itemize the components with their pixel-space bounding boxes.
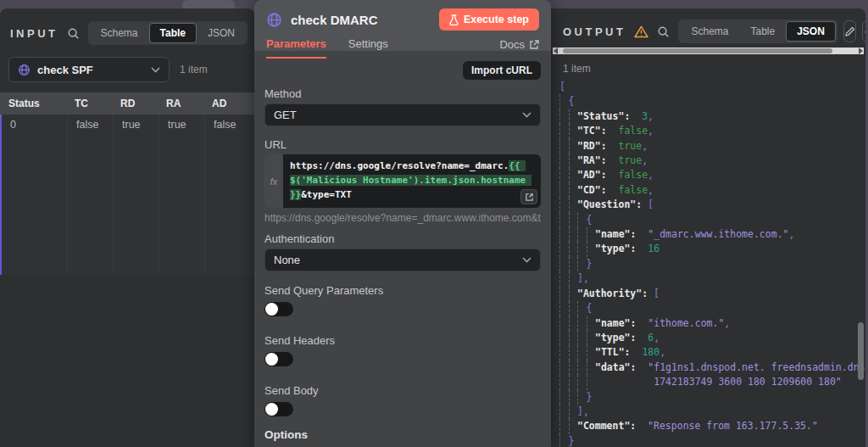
send-headers-toggle[interactable] [264, 352, 293, 366]
json-token-punct: , [642, 154, 648, 168]
indent-guide [559, 301, 569, 316]
json-token-key: "name": [595, 227, 636, 242]
toggle-knob [265, 303, 278, 316]
indent-guide [559, 242, 569, 256]
tab-schema[interactable]: Schema [680, 21, 739, 42]
json-line: "name": "_dmarc.www.ithome.com.", [559, 227, 865, 242]
indent-guide [569, 271, 578, 286]
authentication-select[interactable]: None [264, 249, 541, 271]
indent-guide [559, 287, 569, 301]
input-items-count: 1 item [180, 64, 208, 75]
indent-guide [569, 109, 578, 124]
url-label: URL [264, 138, 541, 151]
json-line: ], [559, 405, 865, 419]
node-tab-parameters[interactable]: Parameters [266, 37, 326, 59]
output-json-view: [{"Status": 3,"TC": false,"RD": true,"RA… [559, 80, 865, 447]
json-token-bool: false [607, 168, 648, 182]
indent-guide [559, 271, 569, 286]
json-token-key: "type": [595, 331, 636, 345]
json-token-key: "RD": [577, 139, 607, 154]
scroll-right-arrow[interactable] [859, 47, 863, 54]
url-input[interactable]: fx https://dns.google/resolve?name=_dmar… [264, 154, 541, 208]
warning-triangle-icon[interactable] [634, 25, 648, 38]
indent-guide [569, 316, 578, 331]
indent-guide [559, 168, 569, 182]
scroll-left-arrow[interactable] [554, 47, 558, 54]
indent-guide [559, 257, 569, 271]
output-horizontal-scrollbar[interactable] [553, 47, 864, 54]
json-token-punct: , [648, 168, 654, 182]
indent-guide [577, 375, 587, 389]
toggle-knob [265, 353, 278, 366]
json-token-punct: { [587, 213, 593, 227]
json-line: { [559, 213, 865, 227]
tab-json[interactable]: JSON [197, 23, 246, 43]
indent-guide [559, 124, 569, 138]
json-token-punct: , [654, 331, 659, 345]
tab-table[interactable]: Table [739, 21, 786, 42]
json-line: "data": "f1g1ns1.dnspod.net. freednsadmi… [559, 360, 865, 375]
output-view-tabs: SchemaTableJSON [678, 20, 837, 43]
tab-json[interactable]: JSON [786, 21, 836, 42]
send-body-toggle[interactable] [264, 402, 293, 416]
indent-guide [569, 213, 578, 227]
edit-output-button[interactable] [843, 20, 856, 42]
execute-step-button[interactable]: Execute step [439, 8, 539, 31]
json-token-punct: [ [642, 198, 654, 212]
tab-schema[interactable]: Schema [90, 23, 149, 43]
output-vertical-scrollbar-thumb[interactable] [858, 322, 864, 380]
json-token-str: "_dmarc.www.ithome.com." [636, 227, 788, 242]
indent-guide [559, 434, 569, 447]
send-query-parameters-toggle[interactable] [264, 302, 293, 316]
json-token-punct: ], [577, 405, 589, 419]
json-token-key: "data": [595, 360, 636, 375]
indent-guide [569, 331, 578, 345]
chevron-down-icon [522, 112, 531, 118]
input-table-row[interactable]: 0falsetruetruefalse [0, 115, 254, 275]
indent-guide [559, 375, 569, 389]
pin-data-button[interactable] [862, 20, 865, 42]
json-token-key: "AD": [577, 168, 607, 182]
json-token-key: "Comment": [577, 419, 636, 433]
open-expression-editor-button[interactable] [520, 189, 537, 204]
indent-guide [559, 316, 569, 331]
json-token-punct: [ [648, 287, 659, 301]
indent-guide [577, 360, 587, 375]
indent-guide [587, 227, 596, 242]
json-token-punct: , [648, 109, 654, 124]
json-line: { [559, 301, 865, 316]
indent-guide [559, 94, 569, 109]
indent-guide [569, 419, 578, 433]
output-panel-title: OUTPUT [563, 25, 626, 38]
json-token-punct: , [648, 124, 654, 138]
indent-guide [559, 419, 569, 433]
method-select[interactable]: GET [264, 103, 541, 126]
json-token-punct: ], [577, 271, 589, 286]
json-line: "Comment": "Response from 163.177.5.35." [559, 419, 865, 433]
tab-table[interactable]: Table [149, 23, 197, 43]
import-curl-button[interactable]: Import cURL [463, 61, 541, 80]
json-token-punct: , [788, 227, 794, 242]
search-icon[interactable] [657, 25, 670, 38]
node-tab-settings[interactable]: Settings [348, 37, 388, 59]
indent-guide [569, 168, 578, 182]
fx-expression-gutter: fx [264, 154, 283, 208]
indent-guide [569, 301, 578, 316]
json-token-key: "RA": [577, 154, 607, 168]
execute-step-label: Execute step [464, 14, 529, 25]
indent-guide [577, 227, 587, 242]
url-expression-text[interactable]: https://dns.google/resolve?name=_dmarc.{… [283, 154, 541, 208]
indent-guide [559, 109, 569, 124]
json-token-key: "type": [595, 242, 636, 256]
docs-link[interactable]: Docs [499, 38, 539, 58]
json-token-key: "CD": [577, 183, 607, 198]
indent-guide [577, 257, 587, 271]
indent-guide [559, 345, 569, 360]
scrollbar-thumb[interactable] [563, 48, 832, 53]
input-source-select[interactable]: check SPF [8, 57, 170, 82]
json-line: "RA": true, [559, 154, 865, 168]
indent-guide [577, 316, 587, 331]
url-evaluated-preview: https://dns.google/resolve?name=_dmarc.w… [264, 212, 541, 224]
json-token-num: 6 [636, 331, 654, 345]
search-icon[interactable] [67, 27, 80, 40]
